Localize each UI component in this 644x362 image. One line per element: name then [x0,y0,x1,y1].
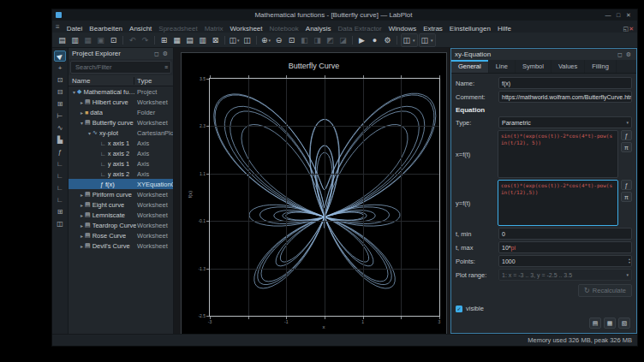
expander-icon[interactable]: ▸ [79,223,85,228]
add-axis-right-button[interactable]: ∟ [54,194,66,205]
tree-item-devil-s-curve[interactable]: ▸▤Devil's CurveWorksheet [69,240,173,251]
dock-float-icon[interactable]: ◻ [152,50,161,57]
expander-icon[interactable]: ▾ [86,130,92,136]
import-data-button[interactable]: ⊠ [210,34,222,46]
tree-item-butterfly-curve[interactable]: ▾▤Butterfly curveWorksheet [69,117,173,128]
tmin-input[interactable]: 0 [498,228,632,240]
export-button[interactable]: ⊡ [108,34,120,46]
add-axis-left-button[interactable]: ∟ [54,170,66,181]
tab-symbol[interactable]: Symbol [516,60,552,73]
column-type[interactable]: Type [134,77,173,85]
type-combobox[interactable]: Parametric▾ [498,116,632,128]
align-left-button[interactable]: ◧ [299,34,311,46]
tree-item-y-axis-2[interactable]: ∟y axis 2Axis [69,169,173,179]
name-field[interactable]: f(x) [498,77,632,89]
navigate-tool[interactable]: + [54,62,66,74]
expander-icon[interactable]: ▸ [79,192,85,198]
insert-function-icon[interactable]: ƒ [621,180,632,190]
recalculate-button[interactable]: ↻ Recalculate [578,284,632,297]
menu-bearbeiten[interactable]: Bearbeiten [86,25,126,33]
spinner-arrows[interactable]: ▴▾ [629,256,630,266]
comment-field[interactable]: https://mathworld.wolfram.com/ButterflyC… [498,91,632,103]
menu-worksheet[interactable]: Worksheet [226,25,265,33]
worksheet-sheet[interactable]: Butterfly Curve 3.52.31.1-0.1-1.3-2.5-3-… [181,52,447,334]
menu-extras[interactable]: Extras [420,25,446,33]
points-spinbox[interactable]: 1000 ▴▾ [498,255,632,267]
cursor-tool[interactable]: ⊢ [54,110,66,122]
new-matrix-button[interactable]: ▦ [171,34,183,46]
add-curve-button[interactable]: ∿ [54,122,66,134]
expander-icon[interactable]: ▸ [79,110,85,116]
tree-item-mathematical-functions[interactable]: ▾◆Mathematical functionsProject [69,86,173,97]
hamburger-icon[interactable]: ≡ [56,23,60,31]
tree-item-f-x-[interactable]: ƒf(x)XYEquationCurve [69,179,173,189]
align-top-button[interactable]: ◩ [325,34,337,46]
template-save-as-button[interactable]: ▧ [618,317,630,329]
align-right-button[interactable]: ◨ [312,34,324,46]
menu-ansicht[interactable]: Ansicht [126,25,155,33]
menu-hilfe[interactable]: Hilfe [494,25,515,33]
expander-icon[interactable]: ▾ [79,120,85,126]
tab-values[interactable]: Values [552,60,585,73]
tree-item-y-axis-1[interactable]: ∟y axis 1Axis [69,158,173,169]
template-save-button[interactable]: ▦ [604,317,616,329]
menu-datei[interactable]: Datei [63,25,86,33]
tree-item-xy-plot[interactable]: ▾∿xy-plotCartesianPlot [69,128,173,138]
insert-function-icon[interactable]: ƒ [621,130,632,140]
column-name[interactable]: Name [69,77,134,85]
minimize-icon[interactable]: — [603,12,613,18]
add-grid-button[interactable]: ⊞ [54,206,66,217]
undo-button[interactable]: ↶ [127,34,139,46]
tree-item-lemniscate[interactable]: ▸▤LemniscateWorksheet [69,210,173,220]
add-legend-button[interactable]: ◫ [54,218,66,229]
x-equation-input[interactable]: sin(t)*(exp(cos(t))-2*cos(4*t)-pow(sin(t… [498,130,618,178]
zoom-in-button[interactable]: ⊕▾ [260,34,272,46]
zoom-out-button[interactable]: ⊖ [273,34,285,46]
insert-constant-icon[interactable]: π [621,192,632,202]
add-axis-bottom-button[interactable]: ∟ [54,158,66,169]
add-text-button[interactable]: ◫ [242,34,253,46]
tab-general[interactable]: General [451,60,489,73]
dock-menu-icon[interactable]: ⚙ [624,51,633,58]
dock-float-icon[interactable]: ◻ [616,51,624,58]
filter-icon[interactable]: ≡ [164,64,168,70]
select-tool[interactable]: ▶ [54,50,66,62]
redo-button[interactable]: ↷ [140,34,152,46]
insert-constant-icon[interactable]: π [621,142,632,152]
tab-line[interactable]: Line [489,60,516,73]
tree-item-eight-curve[interactable]: ▸▤Eight curveWorksheet [69,199,173,210]
add-axis-top-button[interactable]: ∟ [54,182,66,193]
add-histogram-button[interactable]: ▙ [54,134,66,145]
mdi-close-icon[interactable]: ✕ [629,26,634,32]
zoom-fit-button[interactable]: ⊡ [286,34,298,46]
add-plot-button[interactable]: ◫▾ [229,34,241,46]
expander-icon[interactable]: ▸ [79,243,85,249]
tree-item-hilbert-curve[interactable]: ▸▤Hilbert curveWorksheet [69,97,173,107]
plot-area[interactable]: 3.52.31.1-0.1-1.3-2.5-3-113 [209,78,440,317]
save-project-button[interactable]: ▦ [82,34,94,46]
stop-button[interactable]: ● [369,34,381,46]
visible-checkbox[interactable]: ✓ [456,306,462,312]
open-project-button[interactable]: ▥ [69,34,81,46]
view-mode-combo[interactable]: ◫▾ [401,33,418,47]
new-notebook-button[interactable]: ▥ [197,34,209,46]
tree-item-rose-curve[interactable]: ▸▤Rose CurveWorksheet [69,230,173,240]
tree-item-x-axis-2[interactable]: ∟x axis 2Axis [69,148,173,158]
search-input[interactable] [74,62,164,72]
expander-icon[interactable]: ▸ [79,99,85,105]
align-bottom-button[interactable]: ◪ [337,34,349,46]
maximize-icon[interactable]: □ [613,12,623,18]
new-project-button[interactable]: ▤ [57,34,69,46]
new-spreadsheet-button[interactable]: ⊞ [158,34,170,46]
menu-analysis[interactable]: Analysis [302,25,335,33]
new-worksheet-button[interactable]: ▤ [184,34,196,46]
expander-icon[interactable]: ▾ [71,89,77,95]
tree-item-x-axis-1[interactable]: ∟x axis 1Axis [69,138,173,148]
menu-einstellungen[interactable]: Einstellungen [446,25,494,33]
settings-button[interactable]: ⚙ [382,34,394,46]
tmax-input[interactable]: 10*pi [498,241,632,253]
y-equation-input[interactable]: cos(t)*(exp(cos(t))-2*cos(4*t)-pow(sin(t… [498,180,618,226]
print-button[interactable]: ▣ [95,34,107,46]
add-equation-curve-button[interactable]: ƒ [54,146,66,157]
zoom-select-tool[interactable]: ⊡ [54,74,66,86]
